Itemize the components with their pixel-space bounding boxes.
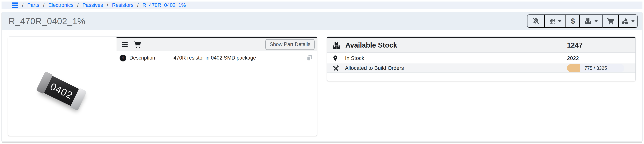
order-part-button[interactable]	[602, 15, 619, 28]
available-stock-header: Available Stock 1247	[327, 37, 636, 53]
menu-icon[interactable]	[12, 2, 18, 8]
info-icon: i	[120, 54, 126, 62]
part-image: 0402	[36, 75, 87, 107]
shapes-icon	[622, 18, 628, 25]
available-stock-total: 1247	[567, 41, 636, 49]
qrcode-icon	[549, 18, 556, 24]
stock-actions-button[interactable]	[580, 15, 602, 28]
resistor-marking: 0402	[48, 81, 74, 101]
in-stock-value: 2022	[567, 55, 636, 61]
breadcrumb-separator: /	[43, 2, 45, 8]
breadcrumb-link-current-part[interactable]: R_470R_0402_1%	[142, 2, 186, 8]
breadcrumb-link-passives[interactable]: Passives	[82, 2, 103, 8]
allocated-row: Allocated to Build Orders 775 / 3325	[327, 64, 636, 73]
bell-slash-icon	[532, 17, 540, 25]
breadcrumb-link-resistors[interactable]: Resistors	[112, 2, 134, 8]
map-pin-icon	[332, 55, 341, 62]
barcode-actions-button[interactable]	[544, 15, 566, 28]
copy-icon[interactable]	[306, 54, 313, 62]
description-label: Description	[130, 55, 174, 61]
page-title: R_470R_0402_1%	[8, 16, 85, 26]
description-row: i Description 470R resistor in 0402 SMD …	[116, 51, 317, 65]
in-stock-row: In Stock 2022	[327, 53, 636, 64]
allocated-progress-bar: 775 / 3325	[567, 64, 624, 72]
part-details-panel: 0402	[8, 36, 317, 136]
available-stock-title: Available Stock	[346, 41, 397, 49]
in-stock-label: In Stock	[345, 55, 364, 61]
description-value: 470R resistor in 0402 SMD package	[174, 55, 306, 61]
breadcrumb-link-electronics[interactable]: Electronics	[48, 2, 73, 8]
caret-down-icon	[631, 20, 635, 22]
part-page-card: R_470R_0402_1%	[2, 12, 642, 142]
page-content: 0402	[2, 30, 642, 142]
unsubscribe-button[interactable]	[528, 15, 544, 28]
grid-icon[interactable]	[122, 41, 128, 48]
part-thumbnail[interactable]: 0402	[8, 37, 116, 136]
show-part-details-button[interactable]: Show Part Details	[265, 39, 314, 50]
tools-icon	[332, 65, 341, 72]
build-actions-button[interactable]	[619, 15, 637, 28]
page-header: R_470R_0402_1%	[2, 12, 642, 30]
stock-boxes-icon	[584, 17, 592, 25]
caret-down-icon	[594, 20, 598, 22]
allocated-progress-text: 775 / 3325	[567, 64, 624, 72]
allocated-label: Allocated to Build Orders	[345, 65, 404, 71]
packages-icon	[332, 41, 341, 50]
breadcrumb-separator: /	[77, 2, 79, 8]
caret-down-icon	[558, 20, 562, 22]
breadcrumb-separator: /	[107, 2, 108, 8]
part-action-toolbar: $	[527, 14, 638, 28]
dollar-icon: $	[571, 17, 575, 25]
breadcrumb-separator: /	[22, 2, 24, 8]
breadcrumb-link-parts[interactable]: Parts	[27, 2, 39, 8]
breadcrumb: / Parts / Electronics / Passives / Resis…	[2, 2, 642, 9]
pricing-button[interactable]: $	[566, 15, 580, 28]
available-stock-panel: Available Stock 1247 In Stock 2022	[327, 36, 636, 81]
part-detail-area: Show Part Details i Description 470R res…	[116, 37, 317, 136]
cart-icon[interactable]	[134, 41, 141, 48]
allocated-value: 775 / 3325	[567, 64, 636, 72]
shopping-cart-icon	[607, 17, 614, 25]
part-detail-header: Show Part Details	[116, 37, 317, 51]
breadcrumb-separator: /	[137, 2, 139, 8]
page: / Parts / Electronics / Passives / Resis…	[0, 0, 644, 144]
stock-panel-footer	[327, 73, 636, 81]
